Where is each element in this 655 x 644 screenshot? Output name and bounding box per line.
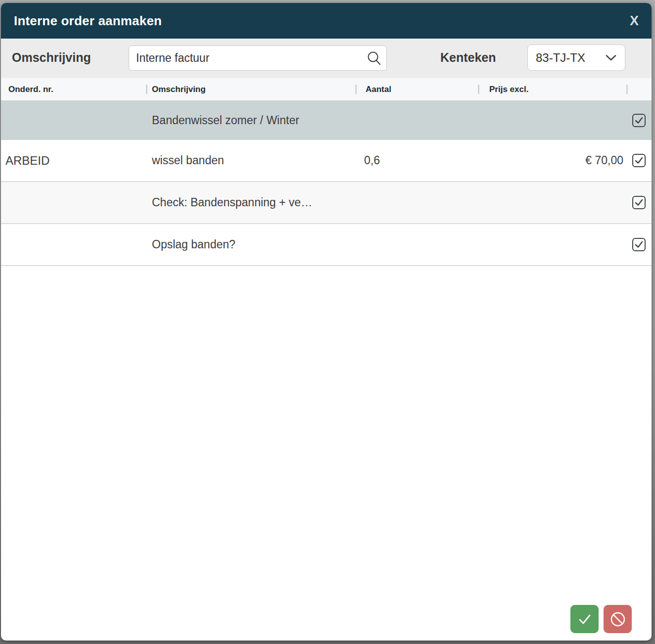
row-prijs-excl: € 70,00 (478, 140, 626, 181)
table-row[interactable]: Check: Bandenspanning + ve… (1, 182, 652, 224)
dialog-form-row: Omschrijving Interne factuur Kenteken 83… (1, 39, 652, 78)
row-checkbox[interactable] (632, 154, 646, 167)
table-row[interactable]: ARBEID wissel banden 0,6 € 70,00 (1, 140, 652, 182)
column-header-checkbox (626, 78, 652, 100)
dialog-footer (570, 605, 632, 633)
cancel-button[interactable] (604, 605, 632, 633)
close-icon[interactable]: X (630, 14, 639, 28)
chevron-down-icon (605, 54, 617, 61)
table-header-row: Onderd. nr. Omschrijving Aantal Prijs ex… (1, 78, 652, 100)
check-icon (634, 197, 644, 208)
kenteken-label: Kenteken (440, 50, 496, 65)
check-icon (634, 239, 644, 250)
row-omschrijving: Opslag banden? (146, 224, 355, 265)
omschrijving-search-input[interactable]: Interne factuur (129, 46, 387, 71)
row-omschrijving: wissel banden (146, 140, 355, 181)
row-omschrijving: Check: Bandenspanning + ve… (146, 182, 355, 223)
column-header-onderd-nr[interactable]: Onderd. nr. (1, 78, 146, 100)
column-header-omschrijving[interactable]: Omschrijving (146, 78, 355, 100)
row-aantal: 0,6 (355, 140, 478, 181)
table-row[interactable]: Opslag banden? (1, 224, 652, 266)
check-icon (576, 611, 593, 628)
omschrijving-input-value: Interne factuur (136, 51, 367, 65)
check-icon (634, 115, 644, 126)
confirm-button[interactable] (570, 605, 599, 633)
kenteken-select[interactable]: 83-TJ-TX (527, 45, 625, 71)
search-icon[interactable] (367, 50, 381, 66)
row-onderd-nr: ARBEID (1, 140, 146, 181)
omschrijving-label: Omschrijving (12, 50, 91, 65)
interne-order-dialog: Interne order aanmaken X Omschrijving In… (1, 3, 652, 641)
prohibition-icon (608, 610, 627, 629)
row-checkbox[interactable] (632, 238, 646, 251)
column-header-aantal[interactable]: Aantal (355, 78, 478, 100)
row-checkbox[interactable] (632, 114, 646, 127)
column-header-prijs-excl[interactable]: Prijs excl. (478, 78, 626, 100)
kenteken-selected-value: 83-TJ-TX (536, 51, 605, 65)
check-icon (634, 155, 644, 166)
dialog-titlebar: Interne order aanmaken X (1, 3, 652, 39)
row-checkbox[interactable] (632, 196, 646, 209)
row-omschrijving: Bandenwissel zomer / Winter (146, 100, 355, 140)
dialog-title: Interne order aanmaken (14, 13, 162, 29)
table-row[interactable]: Bandenwissel zomer / Winter (1, 100, 652, 140)
